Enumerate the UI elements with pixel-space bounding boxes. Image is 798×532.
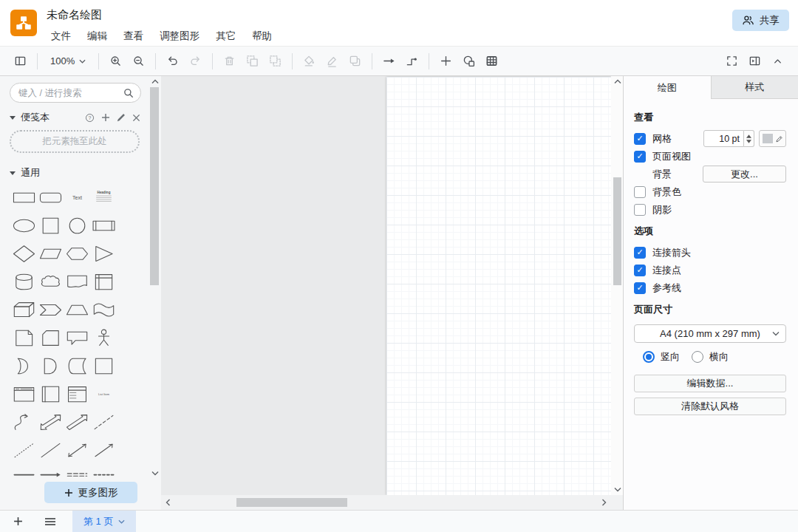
undo-button[interactable]	[161, 50, 184, 72]
grid-checkbox[interactable]	[634, 133, 646, 145]
zoom-in-button[interactable]	[104, 50, 127, 72]
landscape-radio[interactable]	[692, 351, 703, 363]
shape-line[interactable]	[37, 436, 64, 464]
scratchpad-title[interactable]: 便笺本	[21, 111, 50, 124]
clear-default-style-button[interactable]: 清除默认风格	[634, 398, 786, 415]
insert-table-button[interactable]	[480, 50, 503, 72]
background-change-button[interactable]: 更改...	[703, 166, 786, 183]
scroll-down-icon[interactable]	[612, 485, 623, 494]
shape-process[interactable]	[90, 211, 117, 239]
shape-text[interactable]: Text	[64, 183, 90, 211]
shadow-checkbox[interactable]	[634, 204, 646, 216]
insert-plus-button[interactable]	[434, 50, 457, 72]
general-section-title[interactable]: 通用	[21, 166, 40, 180]
shape-cube[interactable]	[10, 296, 37, 324]
collapse-triangle-icon[interactable]	[10, 116, 16, 120]
shape-cloud[interactable]	[37, 267, 64, 296]
shape-textbox[interactable]: Heading	[90, 183, 117, 211]
share-button[interactable]: 共享	[732, 10, 789, 31]
background-color-checkbox[interactable]	[634, 186, 646, 198]
pages-menu-button[interactable]	[36, 511, 64, 532]
canvas-horizontal-thumb[interactable]	[236, 498, 347, 507]
format-panel-button[interactable]	[743, 50, 766, 72]
canvas-horizontal-scrollbar[interactable]	[161, 495, 611, 510]
guides-checkbox[interactable]	[634, 282, 646, 294]
shape-list[interactable]	[64, 380, 90, 408]
canvas-area[interactable]	[161, 76, 623, 510]
menu-help[interactable]: 帮助	[244, 27, 280, 45]
menu-edit[interactable]: 编辑	[79, 27, 115, 45]
zoom-out-button[interactable]	[127, 50, 150, 72]
shape-horizontal-line[interactable]	[10, 464, 37, 492]
shape-and[interactable]	[37, 352, 64, 380]
scroll-left-icon[interactable]	[163, 497, 174, 507]
shape-list-item[interactable]: List Item	[90, 380, 117, 408]
shape-rounded-rectangle[interactable]	[37, 183, 64, 211]
add-icon[interactable]	[101, 113, 110, 122]
shape-directional-connector[interactable]	[90, 436, 117, 464]
canvas-vertical-thumb[interactable]	[613, 177, 621, 285]
shape-container[interactable]	[90, 352, 117, 380]
shape-curve[interactable]	[10, 408, 37, 436]
scratchpad-dropzone[interactable]: 把元素拖至此处	[10, 130, 140, 153]
menu-extras[interactable]: 其它	[208, 27, 244, 45]
sidebar-toggle-button[interactable]	[9, 50, 32, 72]
shape-hexagon[interactable]	[64, 239, 90, 267]
tab-diagram[interactable]: 绘图	[624, 76, 711, 99]
search-icon[interactable]	[123, 88, 134, 98]
shape-cylinder[interactable]	[10, 267, 37, 296]
document-title[interactable]: 未命名绘图	[47, 8, 102, 22]
page-tab[interactable]: 第 1 页	[72, 511, 136, 532]
collapse-triangle-icon[interactable]	[10, 171, 16, 175]
shape-internal-storage[interactable]	[90, 267, 117, 296]
fullscreen-button[interactable]	[720, 50, 743, 72]
scroll-up-icon[interactable]	[612, 77, 623, 86]
zoom-level-dropdown[interactable]: 100%	[43, 55, 93, 66]
connection-arrows-checkbox[interactable]	[634, 247, 646, 259]
page-view-checkbox[interactable]	[634, 151, 646, 163]
shape-parallelogram[interactable]	[37, 239, 64, 267]
insert-shape-button[interactable]	[457, 50, 480, 72]
scroll-up-icon[interactable]	[149, 77, 160, 86]
sidebar-scrollbar[interactable]	[149, 77, 160, 478]
grid-size-input[interactable]: 10 pt	[703, 130, 744, 147]
shape-bidirectional-arrow[interactable]	[37, 408, 64, 436]
shape-circle[interactable]	[64, 211, 90, 239]
shape-ellipse[interactable]	[10, 211, 37, 239]
collapse-button[interactable]	[766, 50, 789, 72]
shape-arrow[interactable]	[64, 408, 90, 436]
shape-dashed-line[interactable]	[90, 408, 117, 436]
grid-size-stepper[interactable]	[744, 130, 754, 147]
close-icon[interactable]	[132, 114, 140, 122]
shape-vertical-container[interactable]	[37, 380, 64, 408]
connection-arrow-button[interactable]	[378, 50, 400, 72]
shape-document[interactable]	[64, 267, 90, 296]
shape-browser-window[interactable]	[10, 380, 37, 408]
shape-diamond[interactable]	[10, 239, 37, 267]
edit-data-button[interactable]: 编辑数据...	[634, 375, 786, 392]
edit-pencil-icon[interactable]	[117, 113, 126, 122]
page-size-select[interactable]: A4 (210 mm x 297 mm)	[634, 324, 786, 343]
shape-search-input[interactable]	[18, 88, 123, 98]
canvas-vertical-scrollbar[interactable]	[611, 76, 623, 495]
shape-rectangle[interactable]	[10, 183, 37, 211]
scroll-right-icon[interactable]	[598, 497, 610, 507]
menu-view[interactable]: 查看	[115, 27, 151, 45]
shape-callout[interactable]	[64, 324, 90, 352]
menu-file[interactable]: 文件	[43, 27, 79, 45]
scroll-down-icon[interactable]	[149, 468, 160, 478]
shape-bidirectional-connector[interactable]	[64, 436, 90, 464]
waypoint-style-button[interactable]	[400, 50, 423, 72]
menu-arrange[interactable]: 调整图形	[151, 27, 208, 45]
shape-note[interactable]	[10, 324, 37, 352]
connection-points-checkbox[interactable]	[634, 265, 646, 276]
shape-step[interactable]	[37, 296, 64, 324]
shape-triangle[interactable]	[90, 239, 117, 267]
add-page-button[interactable]	[4, 511, 32, 532]
grid-color-button[interactable]	[759, 130, 786, 147]
tab-style[interactable]: 样式	[711, 76, 798, 99]
shape-trapezoid[interactable]	[64, 296, 90, 324]
shape-card[interactable]	[37, 324, 64, 352]
shape-or[interactable]	[10, 352, 37, 380]
shape-square[interactable]	[37, 211, 64, 239]
